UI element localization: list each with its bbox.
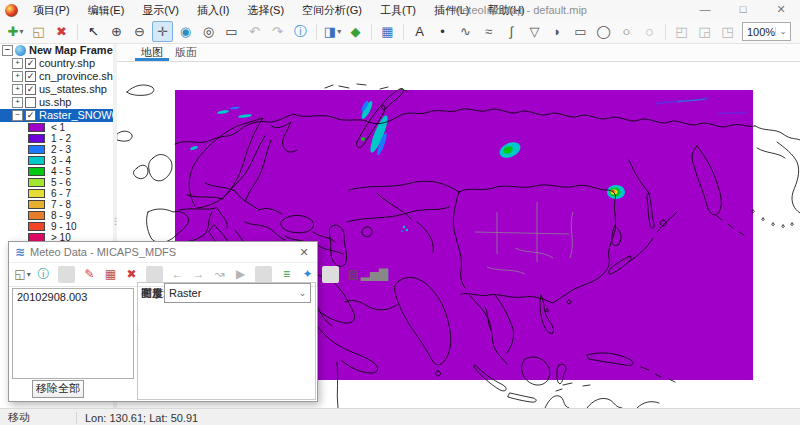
dialog-toolbar-icon: ▧ — [348, 265, 359, 284]
toolbar-button-icon: ⊖ — [134, 22, 145, 41]
toolbar-button[interactable]: ✎▾ — [795, 21, 800, 42]
legend-swatch — [28, 156, 45, 165]
toolbar-button[interactable]: ▾ — [77, 24, 78, 40]
toolbar-button-icon: ◱ — [32, 22, 44, 41]
legend-row: 2 - 3 — [0, 144, 113, 155]
data-file-item[interactable]: 20102908.003 — [13, 289, 133, 305]
expand-icon[interactable]: + — [12, 71, 23, 82]
expand-icon[interactable]: − — [12, 110, 23, 121]
toolbar-button[interactable]: ≈▾ — [478, 21, 499, 42]
chevron-down-icon[interactable]: ⌄ — [295, 288, 310, 298]
dialog-toolbar-button[interactable]: ▾ — [255, 266, 272, 283]
layer-row[interactable]: + cn_province.shp — [0, 70, 113, 83]
layer-row[interactable]: + us_states.shp — [0, 83, 113, 96]
chevron-down-icon: ▾ — [27, 265, 31, 284]
collapse-icon[interactable]: − — [2, 45, 13, 56]
dialog-close-icon[interactable]: ✕ — [291, 246, 317, 259]
toolbar-button[interactable]: ◆▾ — [345, 21, 366, 42]
toolbar-button[interactable]: ◗▾ — [547, 21, 568, 42]
layer-checkbox[interactable] — [25, 97, 36, 108]
toolbar-button[interactable]: ⊕▾ — [106, 21, 127, 42]
dialog-toolbar-button[interactable]: ▧▾ — [344, 265, 363, 284]
dialog-toolbar-button[interactable]: ◱▾ — [13, 265, 32, 284]
dialog-titlebar[interactable]: ≋ Meteo Data - MICAPS_MDFS ✕ — [9, 242, 317, 263]
zoom-level-combobox[interactable]: 100% ⌄ — [742, 22, 791, 41]
tab-layout[interactable]: 版面 — [169, 44, 203, 61]
toolbar-button[interactable]: ✖▾ — [51, 21, 72, 42]
expand-icon[interactable]: + — [12, 58, 23, 69]
menu-item[interactable]: 空间分析(G) — [293, 0, 371, 20]
toolbar-button[interactable]: ◉▾ — [175, 21, 196, 42]
menu-item[interactable]: 显示(V) — [133, 0, 188, 20]
dialog-toolbar-icon: ◱ — [14, 265, 25, 284]
toolbar-button[interactable]: ◲▾ — [694, 21, 715, 42]
toolbar-button[interactable]: ◰▾ — [671, 21, 692, 42]
layer-checkbox[interactable] — [25, 71, 36, 82]
dialog-toolbar-button[interactable]: ✎▾ — [80, 265, 99, 284]
toolbar-button[interactable]: •▾ — [432, 21, 453, 42]
toolbar-button[interactable]: ▭▾ — [221, 21, 242, 42]
toolbar-button[interactable]: ↷▾ — [267, 21, 288, 42]
close-button[interactable]: ✕ — [762, 0, 800, 20]
dialog-toolbar-button[interactable]: ▾ — [146, 266, 163, 283]
toolbar-button[interactable]: ▭▾ — [570, 21, 591, 42]
menu-item[interactable]: 选择(S) — [238, 0, 293, 20]
toolbar-button[interactable]: ✚▾ — [5, 21, 26, 42]
toolbar-button[interactable]: ∿▾ — [455, 21, 476, 42]
maximize-button[interactable]: □ — [724, 0, 762, 20]
dialog-toolbar-button[interactable]: ▂▅▇▾ — [365, 265, 384, 284]
remove-all-button[interactable]: 移除全部 — [32, 380, 84, 398]
tab-map[interactable]: 地图 — [135, 44, 169, 61]
minimize-button[interactable]: — — [686, 0, 724, 20]
menu-item[interactable]: 项目(P) — [24, 0, 79, 20]
toolbar-button[interactable]: ↶▾ — [244, 21, 265, 42]
expand-icon[interactable]: + — [12, 84, 23, 95]
toolbar-button[interactable]: ◌▾ — [639, 21, 660, 42]
data-file-list[interactable]: 20102908.003 — [12, 288, 134, 379]
layer-checkbox[interactable] — [25, 84, 36, 95]
tree-root-map-frame[interactable]: − New Map Frame — [0, 44, 113, 57]
toolbar-button[interactable]: ◯▾ — [593, 21, 614, 42]
dialog-toolbar-button[interactable]: ▾ — [58, 266, 75, 283]
toolbar-button-icon: • — [440, 22, 445, 41]
legend-row: 8 - 9 — [0, 210, 113, 221]
zoom-level-value: 100% — [743, 26, 775, 38]
dialog-toolbar-button[interactable]: ▾ — [322, 266, 339, 283]
toolbar-button[interactable]: ▾ — [665, 24, 666, 40]
legend-row: < 1 — [0, 122, 113, 133]
layer-list: + country.shp + cn_province.shp + us_sta… — [0, 57, 113, 122]
menu-item[interactable]: 编辑(E) — [79, 0, 134, 20]
layer-row[interactable]: − Raster_SNOW03_Surfa — [0, 109, 113, 122]
toolbar-button[interactable]: ▾ — [403, 24, 404, 40]
toolbar-button[interactable]: ◎▾ — [198, 21, 219, 42]
toolbar-button-icon: ◆ — [351, 22, 361, 41]
toolbar-button[interactable]: ⓘ▾ — [290, 21, 311, 42]
dialog-toolbar-button[interactable]: ⓘ▾ — [34, 265, 53, 284]
toolbar-button[interactable]: ⊖▾ — [129, 21, 150, 42]
toolbar-button[interactable]: ▾ — [371, 24, 372, 40]
layer-row[interactable]: + us.shp — [0, 96, 113, 109]
toolbar-button[interactable]: ▦▾ — [377, 21, 398, 42]
toolbar-button[interactable]: ◨▾ — [322, 21, 343, 42]
toolbar-button[interactable]: ↖▾ — [83, 21, 104, 42]
layer-row[interactable]: + country.shp — [0, 57, 113, 70]
toolbar-button-icon: ▽ — [530, 22, 540, 41]
toolbar-button[interactable]: ○▾ — [616, 21, 637, 42]
toolbar-button[interactable]: ◱▾ — [28, 21, 49, 42]
layer-checkbox[interactable] — [25, 110, 36, 121]
menu-item[interactable]: 插入(I) — [188, 0, 238, 20]
toolbar-button[interactable]: ∫▾ — [501, 21, 522, 42]
toolbar-button[interactable]: ✛▾ — [152, 21, 173, 42]
toolbar-button[interactable]: ◳▾ — [717, 21, 738, 42]
dialog-toolbar-button[interactable]: ▦▾ — [101, 265, 120, 284]
toolbar-button[interactable]: ▽▾ — [524, 21, 545, 42]
layer-checkbox[interactable] — [25, 58, 36, 69]
toolbar-button[interactable]: ▾ — [316, 24, 317, 40]
expand-icon[interactable]: + — [12, 97, 23, 108]
legend-swatch — [28, 211, 45, 220]
map-frame-icon — [15, 45, 26, 56]
chevron-down-icon[interactable]: ⌄ — [775, 27, 790, 36]
field-combobox[interactable]: Raster ⌄ — [164, 283, 311, 303]
toolbar-button[interactable]: A▾ — [409, 21, 430, 42]
toolbar-button-icon: ↷ — [272, 22, 283, 41]
